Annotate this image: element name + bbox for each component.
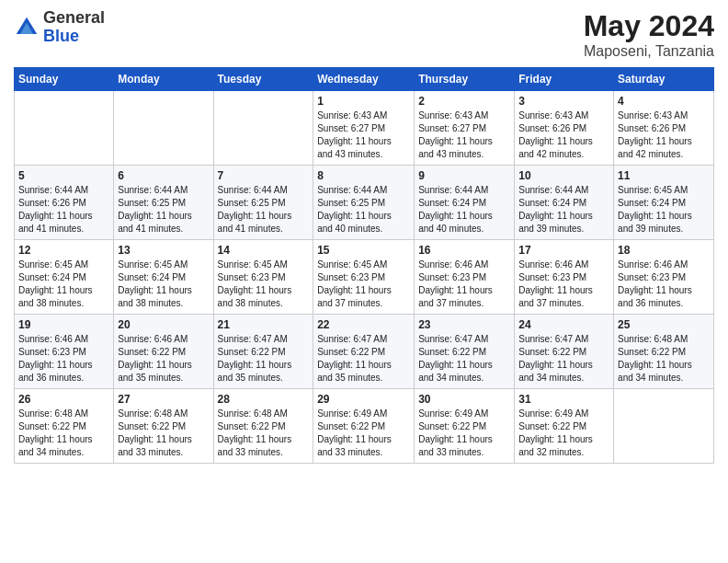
calendar-cell: 7Sunrise: 6:44 AM Sunset: 6:25 PM Daylig…	[213, 166, 313, 240]
calendar-cell: 26Sunrise: 6:48 AM Sunset: 6:22 PM Dayli…	[15, 389, 114, 464]
day-number: 23	[418, 318, 510, 331]
day-info: Sunrise: 6:43 AM Sunset: 6:26 PM Dayligh…	[518, 109, 609, 161]
day-info: Sunrise: 6:47 AM Sunset: 6:22 PM Dayligh…	[218, 333, 310, 385]
calendar-cell: 22Sunrise: 6:47 AM Sunset: 6:22 PM Dayli…	[313, 315, 415, 389]
header-day: Sunday	[15, 68, 114, 91]
page: General Blue May 2024 Maposeni, Tanzania…	[0, 0, 728, 563]
calendar-cell: 9Sunrise: 6:44 AM Sunset: 6:24 PM Daylig…	[415, 166, 515, 240]
day-info: Sunrise: 6:47 AM Sunset: 6:22 PM Dayligh…	[418, 333, 510, 385]
day-number: 17	[518, 244, 609, 257]
day-info: Sunrise: 6:45 AM Sunset: 6:24 PM Dayligh…	[118, 259, 209, 310]
calendar-cell	[213, 91, 313, 166]
calendar-cell: 10Sunrise: 6:44 AM Sunset: 6:24 PM Dayli…	[515, 166, 614, 240]
header-day: Friday	[515, 68, 614, 91]
day-number: 3	[518, 95, 609, 108]
day-info: Sunrise: 6:48 AM Sunset: 6:22 PM Dayligh…	[118, 408, 209, 459]
day-info: Sunrise: 6:44 AM Sunset: 6:24 PM Dayligh…	[418, 184, 510, 236]
calendar-cell: 17Sunrise: 6:46 AM Sunset: 6:23 PM Dayli…	[515, 240, 614, 315]
calendar-cell: 20Sunrise: 6:46 AM Sunset: 6:22 PM Dayli…	[114, 315, 213, 389]
title-block: May 2024 Maposeni, Tanzania	[584, 9, 714, 60]
day-info: Sunrise: 6:43 AM Sunset: 6:27 PM Dayligh…	[418, 109, 510, 161]
calendar-cell: 3Sunrise: 6:43 AM Sunset: 6:26 PM Daylig…	[515, 91, 614, 166]
calendar-week-row: 26Sunrise: 6:48 AM Sunset: 6:22 PM Dayli…	[15, 389, 714, 464]
calendar-cell: 14Sunrise: 6:45 AM Sunset: 6:23 PM Dayli…	[213, 240, 313, 315]
calendar-cell: 1Sunrise: 6:43 AM Sunset: 6:27 PM Daylig…	[313, 91, 415, 166]
day-info: Sunrise: 6:48 AM Sunset: 6:22 PM Dayligh…	[618, 333, 710, 385]
day-number: 6	[118, 169, 209, 182]
month-year: May 2024	[584, 9, 714, 43]
day-info: Sunrise: 6:45 AM Sunset: 6:23 PM Dayligh…	[317, 259, 410, 310]
calendar-table: SundayMondayTuesdayWednesdayThursdayFrid…	[14, 67, 714, 464]
day-number: 15	[317, 244, 410, 257]
logo-general: General	[43, 9, 105, 28]
day-number: 26	[18, 393, 109, 406]
calendar-cell: 2Sunrise: 6:43 AM Sunset: 6:27 PM Daylig…	[415, 91, 515, 166]
calendar-cell: 11Sunrise: 6:45 AM Sunset: 6:24 PM Dayli…	[614, 166, 714, 240]
day-info: Sunrise: 6:46 AM Sunset: 6:23 PM Dayligh…	[418, 259, 510, 310]
day-number: 1	[317, 95, 410, 108]
day-info: Sunrise: 6:43 AM Sunset: 6:26 PM Dayligh…	[618, 109, 710, 161]
day-number: 18	[618, 244, 710, 257]
header-day: Saturday	[614, 68, 714, 91]
day-number: 10	[518, 169, 609, 182]
calendar-week-row: 1Sunrise: 6:43 AM Sunset: 6:27 PM Daylig…	[15, 91, 714, 166]
day-number: 13	[118, 244, 209, 257]
calendar-cell: 28Sunrise: 6:48 AM Sunset: 6:22 PM Dayli…	[213, 389, 313, 464]
day-info: Sunrise: 6:46 AM Sunset: 6:22 PM Dayligh…	[118, 333, 209, 385]
calendar-cell: 27Sunrise: 6:48 AM Sunset: 6:22 PM Dayli…	[114, 389, 213, 464]
calendar-cell: 4Sunrise: 6:43 AM Sunset: 6:26 PM Daylig…	[614, 91, 714, 166]
calendar-cell: 15Sunrise: 6:45 AM Sunset: 6:23 PM Dayli…	[313, 240, 415, 315]
header-day: Thursday	[415, 68, 515, 91]
day-info: Sunrise: 6:44 AM Sunset: 6:25 PM Dayligh…	[317, 184, 410, 236]
header: General Blue May 2024 Maposeni, Tanzania	[14, 9, 714, 60]
day-number: 25	[618, 318, 710, 331]
calendar-cell: 19Sunrise: 6:46 AM Sunset: 6:23 PM Dayli…	[15, 315, 114, 389]
calendar-cell: 6Sunrise: 6:44 AM Sunset: 6:25 PM Daylig…	[114, 166, 213, 240]
day-number: 19	[18, 318, 109, 331]
day-number: 7	[218, 169, 310, 182]
day-number: 28	[218, 393, 310, 406]
day-number: 14	[218, 244, 310, 257]
day-info: Sunrise: 6:44 AM Sunset: 6:25 PM Dayligh…	[118, 184, 209, 236]
calendar-cell: 12Sunrise: 6:45 AM Sunset: 6:24 PM Dayli…	[15, 240, 114, 315]
day-info: Sunrise: 6:49 AM Sunset: 6:22 PM Dayligh…	[518, 408, 609, 459]
day-number: 31	[518, 393, 609, 406]
logo-text: General Blue	[43, 9, 105, 46]
day-number: 29	[317, 393, 410, 406]
day-number: 9	[418, 169, 510, 182]
header-day: Monday	[114, 68, 213, 91]
day-info: Sunrise: 6:45 AM Sunset: 6:24 PM Dayligh…	[618, 184, 710, 236]
calendar-cell: 25Sunrise: 6:48 AM Sunset: 6:22 PM Dayli…	[614, 315, 714, 389]
day-number: 12	[18, 244, 109, 257]
calendar-week-row: 12Sunrise: 6:45 AM Sunset: 6:24 PM Dayli…	[15, 240, 714, 315]
calendar-cell: 30Sunrise: 6:49 AM Sunset: 6:22 PM Dayli…	[415, 389, 515, 464]
day-info: Sunrise: 6:44 AM Sunset: 6:25 PM Dayligh…	[218, 184, 310, 236]
calendar-cell: 24Sunrise: 6:47 AM Sunset: 6:22 PM Dayli…	[515, 315, 614, 389]
day-number: 11	[618, 169, 710, 182]
day-info: Sunrise: 6:46 AM Sunset: 6:23 PM Dayligh…	[618, 259, 710, 310]
day-info: Sunrise: 6:49 AM Sunset: 6:22 PM Dayligh…	[317, 408, 410, 459]
calendar-cell: 18Sunrise: 6:46 AM Sunset: 6:23 PM Dayli…	[614, 240, 714, 315]
day-info: Sunrise: 6:47 AM Sunset: 6:22 PM Dayligh…	[317, 333, 410, 385]
day-info: Sunrise: 6:46 AM Sunset: 6:23 PM Dayligh…	[18, 333, 109, 385]
header-day: Wednesday	[313, 68, 415, 91]
day-number: 20	[118, 318, 209, 331]
day-info: Sunrise: 6:43 AM Sunset: 6:27 PM Dayligh…	[317, 109, 410, 161]
calendar-cell: 5Sunrise: 6:44 AM Sunset: 6:26 PM Daylig…	[15, 166, 114, 240]
day-number: 24	[518, 318, 609, 331]
logo-icon	[14, 15, 40, 40]
header-row: SundayMondayTuesdayWednesdayThursdayFrid…	[15, 68, 714, 91]
day-info: Sunrise: 6:45 AM Sunset: 6:24 PM Dayligh…	[18, 259, 109, 310]
logo: General Blue	[14, 9, 105, 46]
header-day: Tuesday	[213, 68, 313, 91]
day-number: 4	[618, 95, 710, 108]
day-number: 5	[18, 169, 109, 182]
calendar-cell	[15, 91, 114, 166]
calendar-week-row: 5Sunrise: 6:44 AM Sunset: 6:26 PM Daylig…	[15, 166, 714, 240]
day-info: Sunrise: 6:48 AM Sunset: 6:22 PM Dayligh…	[218, 408, 310, 459]
day-number: 22	[317, 318, 410, 331]
day-info: Sunrise: 6:44 AM Sunset: 6:26 PM Dayligh…	[18, 184, 109, 236]
calendar-header: SundayMondayTuesdayWednesdayThursdayFrid…	[15, 68, 714, 91]
day-info: Sunrise: 6:46 AM Sunset: 6:23 PM Dayligh…	[518, 259, 609, 310]
day-info: Sunrise: 6:44 AM Sunset: 6:24 PM Dayligh…	[518, 184, 609, 236]
